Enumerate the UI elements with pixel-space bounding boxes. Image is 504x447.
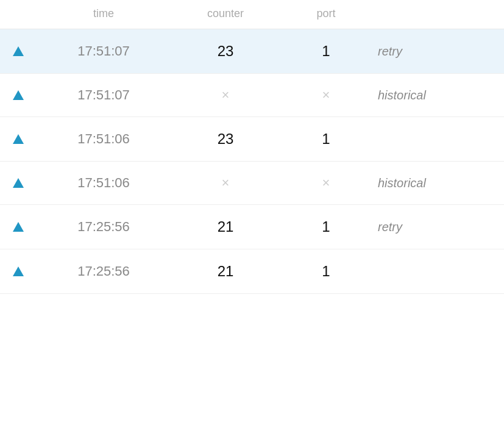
table-row: 17:51:06231	[0, 117, 504, 162]
time-cell: 17:51:06	[37, 175, 171, 191]
port-cell: 1	[280, 43, 372, 60]
triangle-up-icon	[13, 222, 24, 232]
table-row: 17:51:07231retry	[0, 29, 504, 74]
header-icon-col	[0, 7, 37, 20]
row-expand-icon[interactable]	[0, 46, 37, 56]
time-cell: 17:51:07	[37, 87, 171, 103]
table-row: 17:25:56211	[0, 249, 504, 294]
row-expand-icon[interactable]	[0, 266, 37, 276]
triangle-up-icon	[13, 266, 24, 276]
triangle-up-icon	[13, 178, 24, 188]
time-cell: 17:25:56	[37, 263, 171, 279]
triangle-up-icon	[13, 134, 24, 144]
header-status	[372, 7, 504, 20]
port-cell: 1	[280, 131, 372, 148]
table-header: time counter port	[0, 0, 504, 29]
table-body: 17:51:07231retry17:51:07××historical17:5…	[0, 29, 504, 294]
header-port: port	[280, 7, 372, 20]
status-cell: retry	[372, 45, 504, 59]
port-cell: ×	[280, 175, 372, 191]
time-cell: 17:51:06	[37, 131, 171, 147]
counter-cell: 23	[171, 131, 280, 148]
port-cell: 1	[280, 263, 372, 280]
table-row: 17:51:06××historical	[0, 162, 504, 205]
counter-cell: ×	[171, 87, 280, 103]
counter-cell: 21	[171, 263, 280, 280]
row-expand-icon[interactable]	[0, 178, 37, 188]
status-cell: historical	[372, 88, 504, 102]
time-cell: 17:51:07	[37, 43, 171, 59]
table-row: 17:51:07××historical	[0, 74, 504, 117]
data-table: time counter port 17:51:07231retry17:51:…	[0, 0, 504, 294]
row-expand-icon[interactable]	[0, 134, 37, 144]
status-cell: retry	[372, 220, 504, 234]
triangle-up-icon	[13, 90, 24, 100]
time-cell: 17:25:56	[37, 219, 171, 235]
status-cell: historical	[372, 176, 504, 190]
port-cell: 1	[280, 218, 372, 235]
counter-cell: 23	[171, 43, 280, 60]
header-time: time	[37, 7, 171, 20]
table-row: 17:25:56211retry	[0, 205, 504, 249]
row-expand-icon[interactable]	[0, 90, 37, 100]
header-counter: counter	[171, 7, 280, 20]
row-expand-icon[interactable]	[0, 222, 37, 232]
counter-cell: ×	[171, 175, 280, 191]
triangle-up-icon	[13, 46, 24, 56]
counter-cell: 21	[171, 218, 280, 235]
port-cell: ×	[280, 87, 372, 103]
